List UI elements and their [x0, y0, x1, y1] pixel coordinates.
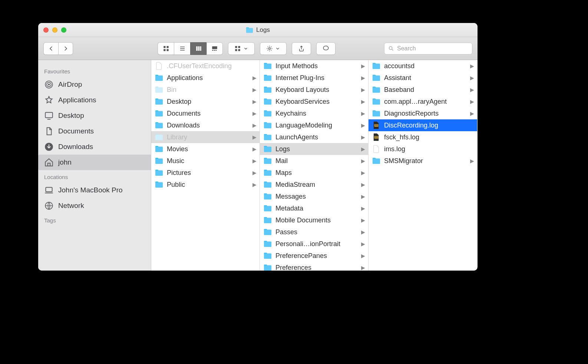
disclosure-arrow-icon: ▶	[252, 87, 257, 93]
sidebar-section-header: Locations	[38, 170, 151, 182]
action-menu-button[interactable]	[260, 42, 287, 55]
disclosure-arrow-icon: ▶	[252, 134, 257, 140]
finder-window: Logs	[38, 23, 478, 271]
folder-row[interactable]: accountsd▶	[369, 60, 477, 72]
svg-rect-3	[166, 49, 168, 51]
disclosure-arrow-icon: ▶	[252, 182, 257, 188]
folder-row[interactable]: Pictures▶	[151, 167, 260, 179]
disclosure-arrow-icon: ▶	[361, 182, 365, 188]
folder-row[interactable]: Keychains▶	[260, 107, 368, 119]
folder-row[interactable]: com.appl…raryAgent▶	[369, 96, 477, 107]
view-mode-buttons	[158, 42, 223, 55]
folder-row[interactable]: Maps▶	[260, 167, 368, 179]
title-bar: Logs	[38, 23, 478, 37]
folder-icon	[155, 181, 163, 188]
back-button[interactable]	[43, 42, 58, 55]
folder-icon	[264, 122, 272, 129]
downloads-icon	[44, 142, 54, 152]
folder-row[interactable]: MediaStream▶	[260, 179, 368, 191]
file-row[interactable]: ims.log▶	[369, 143, 477, 155]
sidebar-item-label: John's MacBook Pro	[58, 186, 123, 194]
item-label: Internet Plug-Ins	[275, 74, 364, 82]
sidebar-item-downloads[interactable]: Downloads	[38, 139, 151, 155]
folder-row[interactable]: Personali…ionPortrait▶	[260, 238, 368, 250]
group-by-button[interactable]	[228, 42, 255, 55]
folder-row[interactable]: Public▶	[151, 179, 260, 191]
sidebar-item-john-s-macbook-pro[interactable]: John's MacBook Pro	[38, 182, 151, 198]
folder-row[interactable]: Documents▶	[151, 107, 260, 119]
folder-row[interactable]: Keyboard Layouts▶	[260, 84, 368, 96]
file-icon	[155, 63, 163, 69]
folder-row[interactable]: LaunchAgents▶	[260, 131, 368, 143]
column-1: Input Methods▶Internet Plug-Ins▶Keyboard…	[260, 60, 369, 271]
minimize-window-button[interactable]	[52, 27, 57, 33]
sidebar-item-airdrop[interactable]: AirDrop	[38, 77, 151, 92]
folder-row[interactable]: Desktop▶	[151, 96, 260, 107]
disclosure-arrow-icon: ▶	[252, 158, 257, 164]
search-input[interactable]	[397, 45, 468, 52]
folder-row[interactable]: Assistant▶	[369, 72, 477, 84]
disclosure-arrow-icon: ▶	[361, 63, 365, 69]
folder-row[interactable]: Downloads▶	[151, 119, 260, 131]
sidebar-item-label: Applications	[58, 96, 96, 104]
disclosure-arrow-icon: ▶	[361, 229, 365, 235]
folder-row[interactable]: Mail▶	[260, 155, 368, 167]
folder-row[interactable]: SMSMigrator▶	[369, 155, 477, 167]
folder-row[interactable]: Mobile Documents▶	[260, 214, 368, 226]
view-gallery-button[interactable]	[207, 42, 223, 55]
folder-row[interactable]: PreferencePanes▶	[260, 250, 368, 262]
column-browser: .CFUserTextEncoding▶Applications▶Bin▶Des…	[151, 60, 478, 271]
item-label: Personali…ionPortrait	[275, 240, 364, 248]
disclosure-arrow-icon: ▶	[361, 265, 365, 271]
disclosure-arrow-icon: ▶	[361, 110, 365, 116]
column-view-icon	[195, 45, 202, 52]
svg-rect-10	[215, 50, 217, 50]
folder-row[interactable]: Logs▶	[260, 143, 368, 155]
zoom-window-button[interactable]	[61, 27, 66, 33]
file-row[interactable]: .CFUserTextEncoding▶	[151, 60, 260, 72]
view-icon-button[interactable]	[158, 42, 174, 55]
documents-icon	[44, 126, 54, 136]
sidebar-item-john[interactable]: john	[38, 155, 151, 170]
folder-icon	[246, 27, 253, 33]
folder-row[interactable]: DiagnosticReports▶	[369, 107, 477, 119]
folder-row[interactable]: Bin▶	[151, 84, 260, 96]
svg-rect-11	[235, 46, 237, 48]
sidebar-item-documents[interactable]: Documents	[38, 123, 151, 139]
view-list-button[interactable]	[174, 42, 190, 55]
folder-row[interactable]: Music▶	[151, 155, 260, 167]
sidebar-item-desktop[interactable]: Desktop	[38, 108, 151, 123]
file-row[interactable]: fsck_hfs.log▶	[369, 131, 477, 143]
file-row[interactable]: DiscRecording.log▶	[369, 119, 477, 131]
tags-button[interactable]	[316, 42, 336, 55]
folder-icon	[372, 98, 380, 105]
folder-row[interactable]: Input Methods▶	[260, 60, 368, 72]
sidebar-item-label: AirDrop	[58, 80, 82, 89]
forward-button[interactable]	[58, 42, 73, 55]
window-body: FavouritesAirDropApplicationsDesktopDocu…	[38, 60, 478, 271]
folder-row[interactable]: KeyboardServices▶	[260, 96, 368, 107]
share-button[interactable]	[292, 42, 311, 55]
folder-row[interactable]: LanguageModeling▶	[260, 119, 368, 131]
folder-row[interactable]: Applications▶	[151, 72, 260, 84]
folder-row[interactable]: Passes▶	[260, 226, 368, 238]
sidebar-item-network[interactable]: Network	[38, 198, 151, 214]
folder-icon	[264, 158, 272, 164]
file-icon	[372, 146, 380, 152]
view-column-button[interactable]	[190, 42, 207, 55]
folder-row[interactable]: Preferences▶	[260, 262, 368, 271]
network-icon	[44, 201, 54, 211]
folder-row[interactable]: Library▶	[151, 131, 260, 143]
folder-row[interactable]: Internet Plug-Ins▶	[260, 72, 368, 84]
folder-row[interactable]: Baseband▶	[369, 84, 477, 96]
log-file-icon	[372, 122, 380, 129]
close-window-button[interactable]	[43, 27, 49, 33]
search-field[interactable]	[384, 43, 472, 54]
svg-point-16	[389, 46, 392, 49]
folder-row[interactable]: Movies▶	[151, 143, 260, 155]
folder-row[interactable]: Metadata▶	[260, 202, 368, 214]
disclosure-arrow-icon: ▶	[252, 99, 257, 105]
sidebar-item-applications[interactable]: Applications	[38, 92, 151, 108]
folder-row[interactable]: Messages▶	[260, 191, 368, 202]
sidebar-section-header: Favourites	[38, 64, 151, 77]
